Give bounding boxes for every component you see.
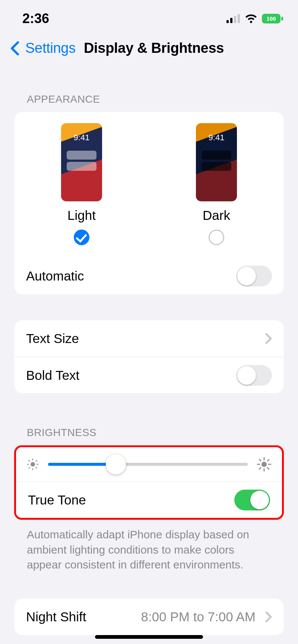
status-time: 2:36: [22, 11, 49, 26]
preview-widget: [67, 162, 96, 171]
true-tone-label: True Tone: [28, 493, 86, 507]
svg-line-23: [267, 459, 269, 461]
back-chevron-icon[interactable]: [7, 41, 22, 56]
sun-low-icon: [26, 458, 39, 471]
svg-point-6: [31, 462, 35, 467]
svg-rect-2: [234, 16, 236, 23]
night-shift-label: Night Shift: [26, 609, 86, 624]
brightness-group: True Tone: [16, 447, 282, 518]
true-tone-row: True Tone: [16, 481, 282, 518]
status-bar: 2:36 100: [0, 0, 298, 33]
brightness-slider-thumb[interactable]: [106, 454, 126, 474]
night-shift-value: 8:00 PM to 7:00 AM: [141, 609, 256, 624]
night-shift-row[interactable]: Night Shift 8:00 PM to 7:00 AM: [14, 599, 284, 635]
sun-high-icon: [257, 457, 272, 472]
appearance-row: 9:41 Light 9:41 Dark: [14, 112, 284, 258]
bold-text-label: Bold Text: [26, 368, 79, 383]
brightness-slider-row: [16, 447, 282, 481]
svg-line-11: [29, 460, 30, 461]
night-shift-group: Night Shift 8:00 PM to 7:00 AM: [14, 599, 284, 635]
brightness-highlight-box: True Tone: [14, 445, 284, 520]
bold-text-row: Bold Text: [14, 357, 284, 393]
chevron-right-icon: [265, 611, 272, 622]
preview-widget: [202, 162, 231, 171]
home-indicator: [95, 635, 203, 639]
appearance-header: APPEARANCE: [14, 67, 284, 112]
bold-text-toggle[interactable]: [236, 365, 272, 386]
svg-rect-1: [230, 18, 232, 23]
true-tone-note: Automatically adapt iPhone display based…: [14, 520, 284, 573]
appearance-light-option[interactable]: 9:41 Light: [61, 123, 102, 245]
status-right: 100: [226, 13, 283, 24]
light-preview-icon: 9:41: [61, 123, 102, 201]
battery-icon: 100: [261, 13, 283, 24]
automatic-label: Automatic: [26, 269, 84, 283]
dark-radio[interactable]: [209, 230, 224, 245]
preview-widget: [67, 151, 96, 160]
automatic-toggle[interactable]: [236, 266, 272, 286]
svg-rect-3: [238, 14, 240, 23]
svg-rect-0: [226, 20, 229, 23]
battery-text: 100: [266, 15, 276, 22]
nav-header: Settings Display & Brightness: [0, 33, 298, 67]
svg-point-15: [261, 462, 267, 467]
dark-preview-icon: 9:41: [196, 123, 237, 201]
appearance-group: 9:41 Light 9:41 Dark: [14, 112, 284, 294]
brightness-header: BRIGHTNESS: [14, 393, 284, 445]
automatic-row: Automatic: [14, 258, 284, 294]
svg-line-20: [259, 459, 261, 461]
true-tone-toggle[interactable]: [234, 490, 270, 510]
svg-rect-5: [281, 17, 283, 20]
text-size-row[interactable]: Text Size: [14, 320, 284, 357]
svg-line-22: [259, 468, 261, 469]
preview-clock: 9:41: [74, 133, 90, 142]
preview-clock: 9:41: [209, 133, 225, 142]
svg-line-14: [36, 460, 37, 461]
wifi-icon: [244, 14, 258, 23]
text-size-label: Text Size: [26, 331, 79, 346]
page-title: Display & Brightness: [84, 40, 224, 56]
preview-widget: [202, 151, 231, 160]
chevron-right-icon: [265, 333, 272, 344]
cellular-icon: [226, 14, 241, 23]
appearance-dark-option[interactable]: 9:41 Dark: [196, 123, 237, 245]
text-group: Text Size Bold Text: [14, 320, 284, 393]
light-label: Light: [67, 208, 96, 223]
brightness-slider[interactable]: [48, 463, 248, 466]
light-radio[interactable]: [74, 230, 89, 245]
dark-label: Dark: [203, 208, 230, 223]
back-button[interactable]: Settings: [25, 40, 76, 56]
svg-line-13: [29, 467, 30, 468]
svg-line-12: [36, 467, 37, 468]
svg-line-21: [267, 468, 269, 469]
